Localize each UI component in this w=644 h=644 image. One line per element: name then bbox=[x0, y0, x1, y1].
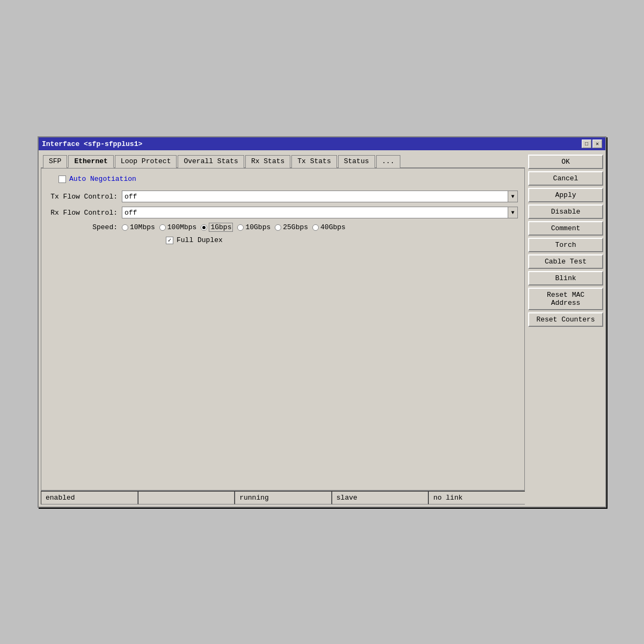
status-bar: enabled running slave no link bbox=[41, 491, 525, 504]
tx-flow-row: Tx Flow Control: ▼ bbox=[48, 191, 518, 202]
speed-10gbps-radio[interactable] bbox=[237, 224, 244, 231]
title-bar-buttons: □ ✕ bbox=[582, 140, 602, 148]
tab-more[interactable]: ... bbox=[376, 155, 400, 168]
speed-label: Speed: bbox=[48, 223, 118, 231]
speed-100mbps[interactable]: 100Mbps bbox=[159, 223, 197, 231]
speed-1gbps-radio[interactable] bbox=[201, 224, 207, 231]
rx-flow-row: Rx Flow Control: ▼ bbox=[48, 207, 518, 218]
close-button[interactable]: ✕ bbox=[592, 140, 602, 148]
speed-100mbps-radio[interactable] bbox=[159, 224, 166, 231]
speed-10mbps-radio[interactable] bbox=[122, 224, 128, 231]
comment-button[interactable]: Comment bbox=[528, 221, 603, 236]
speed-1gbps[interactable]: 1Gbps bbox=[201, 223, 233, 232]
reset-counters-button[interactable]: Reset Counters bbox=[528, 312, 603, 327]
tab-overall-stats[interactable]: Overall Stats bbox=[178, 155, 244, 168]
speed-options: 10Mbps 100Mbps 1Gbps 10Gbps bbox=[122, 223, 346, 232]
tx-flow-input[interactable] bbox=[122, 191, 508, 202]
auto-negotiation-checkbox[interactable] bbox=[58, 175, 66, 183]
speed-25gbps-label: 25Gbps bbox=[283, 223, 308, 231]
main-area: SFP Ethernet Loop Protect Overall Stats … bbox=[41, 152, 525, 504]
speed-row: Speed: 10Mbps 100Mbps 1Gbps bbox=[48, 223, 518, 232]
torch-button[interactable]: Torch bbox=[528, 238, 603, 252]
speed-40gbps-radio[interactable] bbox=[312, 224, 319, 231]
rx-flow-input[interactable] bbox=[122, 207, 508, 218]
speed-10gbps[interactable]: 10Gbps bbox=[237, 223, 270, 231]
auto-negotiation-row: Auto Negotiation bbox=[48, 175, 518, 183]
speed-40gbps-label: 40Gbps bbox=[320, 223, 346, 231]
sidebar: OK Cancel Apply Disable Comment Torch Ca… bbox=[528, 152, 603, 504]
rx-flow-label: Rx Flow Control: bbox=[48, 209, 118, 217]
cancel-button[interactable]: Cancel bbox=[528, 171, 603, 186]
speed-10mbps[interactable]: 10Mbps bbox=[122, 223, 155, 231]
window-body: SFP Ethernet Loop Protect Overall Stats … bbox=[39, 150, 605, 507]
speed-10mbps-label: 10Mbps bbox=[130, 223, 155, 231]
tx-flow-select[interactable]: ▼ bbox=[122, 191, 518, 202]
status-slave: slave bbox=[332, 491, 429, 504]
speed-100mbps-label: 100Mbps bbox=[167, 223, 197, 231]
tab-bar: SFP Ethernet Loop Protect Overall Stats … bbox=[41, 152, 525, 169]
speed-25gbps-radio[interactable] bbox=[275, 224, 281, 231]
full-duplex-checkbox[interactable]: ✓ bbox=[166, 237, 173, 244]
status-link: no link bbox=[428, 491, 525, 504]
disable-button[interactable]: Disable bbox=[528, 204, 603, 219]
speed-40gbps[interactable]: 40Gbps bbox=[312, 223, 346, 231]
status-enabled: enabled bbox=[41, 491, 138, 504]
tab-loop-protect[interactable]: Loop Protect bbox=[115, 155, 177, 168]
window-title: Interface <sfp-sfpplus1> bbox=[42, 140, 142, 148]
duplex-row: ✓ Full Duplex bbox=[166, 236, 518, 244]
cable-test-button[interactable]: Cable Test bbox=[528, 254, 603, 269]
rx-flow-dropdown-arrow[interactable]: ▼ bbox=[508, 207, 518, 218]
speed-10gbps-label: 10Gbps bbox=[245, 223, 270, 231]
status-empty bbox=[138, 491, 235, 504]
title-bar: Interface <sfp-sfpplus1> □ ✕ bbox=[39, 137, 605, 150]
apply-button[interactable]: Apply bbox=[528, 188, 603, 202]
ok-button[interactable]: OK bbox=[528, 155, 603, 169]
blink-button[interactable]: Blink bbox=[528, 271, 603, 286]
tab-sfp[interactable]: SFP bbox=[43, 155, 67, 168]
tx-flow-label: Tx Flow Control: bbox=[48, 193, 118, 201]
auto-negotiation-label: Auto Negotiation bbox=[69, 175, 136, 183]
status-running: running bbox=[235, 491, 332, 504]
tab-status[interactable]: Status bbox=[338, 155, 375, 168]
tab-rx-stats[interactable]: Rx Stats bbox=[245, 155, 290, 168]
full-duplex-label: Full Duplex bbox=[177, 236, 223, 244]
tab-tx-stats[interactable]: Tx Stats bbox=[291, 155, 336, 168]
reset-mac-button[interactable]: Reset MAC Address bbox=[528, 288, 603, 310]
tab-content: Auto Negotiation Tx Flow Control: ▼ Rx F… bbox=[41, 169, 525, 491]
minimize-button[interactable]: □ bbox=[582, 140, 591, 148]
speed-1gbps-label: 1Gbps bbox=[209, 223, 233, 232]
main-window: Interface <sfp-sfpplus1> □ ✕ SFP Etherne… bbox=[38, 136, 606, 508]
rx-flow-select[interactable]: ▼ bbox=[122, 207, 518, 218]
tx-flow-dropdown-arrow[interactable]: ▼ bbox=[508, 191, 518, 202]
tab-ethernet[interactable]: Ethernet bbox=[68, 155, 113, 168]
speed-25gbps[interactable]: 25Gbps bbox=[275, 223, 308, 231]
